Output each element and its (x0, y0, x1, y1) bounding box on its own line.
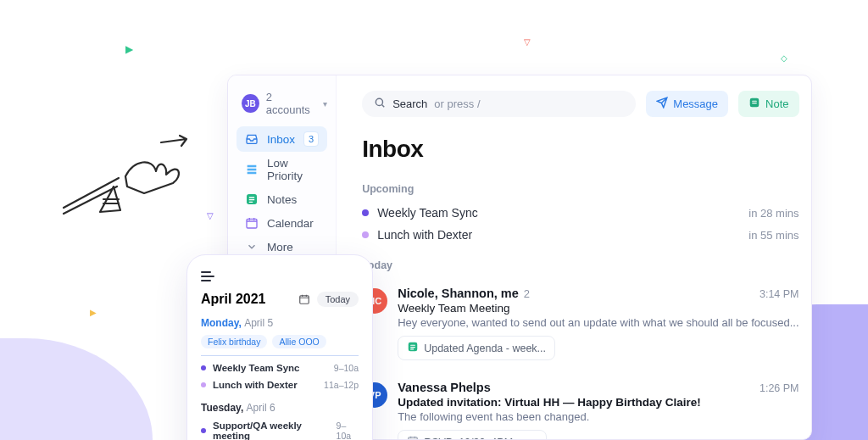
button-label: Note (765, 97, 788, 110)
section-today-label: Today (362, 259, 798, 271)
day-divider (201, 355, 359, 356)
new-message-button[interactable]: Message (646, 91, 728, 117)
svg-point-2 (376, 98, 382, 105)
decorative-triangle (207, 207, 215, 215)
thread-subject: Updated invitation: Virtual HH — Happy B… (398, 396, 798, 409)
search-placeholder-hint: or press / (434, 97, 480, 110)
thread-time: 1:26 PM (760, 382, 799, 394)
sidebar-item-label: Low Priority (267, 157, 319, 182)
inbox-icon (245, 132, 259, 146)
event-time: 9–10a (334, 363, 359, 373)
accounts-label: 2 accounts (266, 91, 316, 116)
decorative-blob-left (0, 338, 153, 440)
event-time: 9–10a (337, 421, 359, 440)
event-title: Support/QA weekly meeting (213, 421, 330, 440)
thread-attachment-chip[interactable]: Updated Agenda - week... (398, 336, 555, 360)
send-icon (656, 97, 668, 111)
event-color-dot (362, 209, 369, 216)
allday-chip[interactable]: Allie OOO (272, 335, 326, 348)
allday-chips: Felix birthday Allie OOO (201, 335, 359, 348)
event-relative-time: in 28 mins (748, 207, 798, 220)
mobile-title: April 2021 (201, 292, 265, 307)
chevron-down-icon (245, 240, 259, 253)
upcoming-event[interactable]: Weekly Team Sync in 28 mins (362, 202, 798, 224)
event-time: 11a–12p (324, 380, 359, 390)
event-color-dot (201, 382, 206, 387)
event-title: Lunch with Dexter (213, 380, 298, 390)
thread-participants: Vanessa Phelps (398, 381, 491, 394)
sidebar-item-label: Inbox (267, 133, 295, 146)
sidebar-item-notes[interactable]: Notes (236, 187, 327, 211)
calendar-event[interactable]: Weekly Team Sync 9–10a (201, 363, 359, 373)
main-panel: Search or press / Message Note Inbox Upc… (337, 75, 812, 439)
thread-row[interactable]: NC Nicole, Shannon, me 2 3:14 PM Weekly … (362, 278, 798, 372)
calendar-icon (245, 216, 259, 230)
sidebar-item-calendar[interactable]: Calendar (236, 211, 327, 235)
decorative-triangle (524, 33, 532, 42)
chevron-down-icon: ▾ (531, 436, 537, 440)
calendar-event[interactable]: Support/QA weekly meeting 9–10a (201, 421, 359, 440)
button-label: Message (673, 97, 718, 110)
chip-label: Updated Agenda - week... (424, 343, 546, 354)
search-icon (374, 97, 386, 111)
chip-label: RSVP: 10/30, 4PM (424, 437, 513, 441)
svg-rect-1 (247, 219, 257, 228)
decorative-square (781, 49, 789, 58)
search-input[interactable]: Search or press / (362, 91, 636, 117)
low-priority-icon (245, 163, 259, 176)
calendar-chip-icon (407, 435, 419, 440)
thread-count: 2 (524, 287, 530, 300)
avatar: JB (242, 94, 259, 113)
upcoming-event[interactable]: Lunch with Dexter in 55 mins (362, 224, 798, 246)
weekday-label: Tuesday, (201, 402, 243, 414)
decorative-triangle (125, 41, 137, 53)
chevron-down-icon: ▾ (323, 99, 327, 109)
hamburger-icon[interactable] (201, 270, 359, 283)
allday-chip[interactable]: Felix birthday (201, 335, 267, 348)
thread-rsvp-chip[interactable]: RSVP: 10/30, 4PM ▾ (398, 430, 547, 440)
decorative-triangle (90, 304, 100, 314)
thread-participants: Nicole, Shannon, me (398, 287, 519, 300)
svg-rect-6 (299, 296, 309, 304)
thread-row[interactable]: VP Vanessa Phelps 1:26 PM Updated invita… (362, 372, 798, 440)
event-color-dot (362, 231, 369, 238)
sidebar-item-inbox[interactable]: Inbox 3 (236, 126, 327, 152)
thread-time: 3:14 PM (760, 288, 799, 300)
day-header: Tuesday, April 6 (201, 402, 359, 414)
calendar-event[interactable]: Lunch with Dexter 11a–12p (201, 380, 359, 390)
note-chip-icon (407, 341, 419, 355)
new-note-button[interactable]: Note (738, 91, 798, 117)
date-label: April 5 (244, 317, 273, 329)
section-upcoming-label: Upcoming (362, 183, 798, 195)
event-title: Weekly Team Sync (377, 206, 478, 220)
thread-preview: The following event has been changed. (398, 410, 798, 423)
sidebar-item-low-priority[interactable]: Low Priority (236, 152, 327, 187)
today-button[interactable]: Today (317, 292, 359, 307)
event-relative-time: in 55 mins (748, 229, 798, 242)
sidebar-item-label: More (267, 241, 293, 253)
date-label: April 6 (247, 402, 275, 414)
day-header: Monday, April 5 (201, 317, 359, 329)
search-placeholder-primary: Search (392, 97, 427, 110)
account-switcher[interactable]: JB 2 accounts ▾ (236, 91, 327, 126)
sidebar-item-label: Calendar (267, 217, 314, 230)
topbar: Search or press / Message Note (362, 91, 798, 117)
sidebar-item-label: Notes (267, 193, 297, 206)
calendar-icon[interactable] (298, 293, 310, 305)
decorative-illustration (59, 127, 195, 229)
notes-icon (245, 192, 259, 206)
weekday-label: Monday, (201, 317, 242, 329)
mobile-preview: April 2021 Today Monday, April 5 Felix b… (186, 254, 373, 440)
page-title: Inbox (362, 136, 798, 163)
event-title: Weekly Team Sync (213, 363, 300, 373)
thread-subject: Weekly Team Meeting (398, 302, 798, 315)
note-icon (748, 97, 760, 111)
thread-preview: Hey everyone, wanted to send out an upda… (398, 316, 798, 329)
event-title: Lunch with Dexter (377, 228, 472, 242)
event-color-dot (201, 428, 206, 433)
event-color-dot (201, 365, 206, 370)
inbox-count-badge: 3 (303, 131, 319, 147)
